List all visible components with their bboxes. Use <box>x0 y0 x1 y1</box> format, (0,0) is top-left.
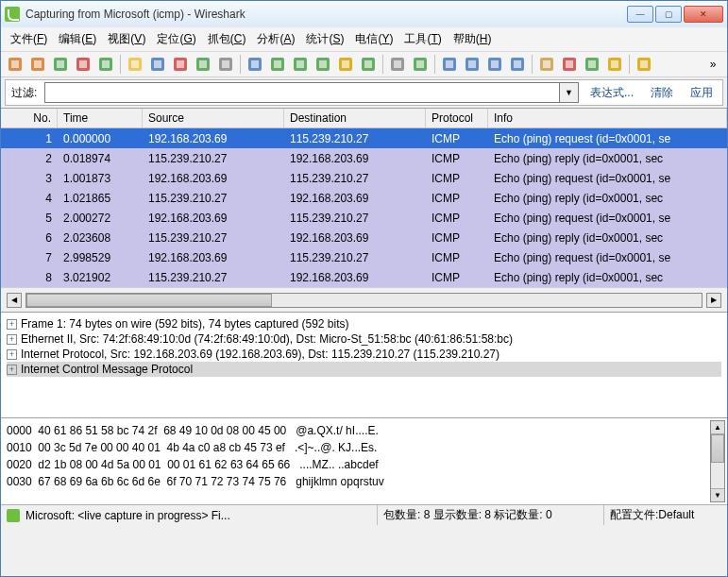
preferences-icon[interactable] <box>604 54 625 75</box>
go-last-icon[interactable] <box>358 54 379 75</box>
hscroll-left-button[interactable]: ◀ <box>7 293 22 308</box>
menu-item-定位[interactable]: 定位(G) <box>153 29 199 49</box>
hscroll-right-button[interactable]: ▶ <box>706 293 721 308</box>
tree-row[interactable]: +Internet Protocol, Src: 192.168.203.69 … <box>7 347 721 362</box>
packet-row[interactable]: 62.023608115.239.210.27192.168.203.69ICM… <box>1 228 727 247</box>
col-header-src[interactable]: Source <box>143 109 284 127</box>
vscroll-down-button[interactable]: ▼ <box>711 488 724 501</box>
print-icon[interactable] <box>215 54 236 75</box>
clear-button[interactable]: 清除 <box>645 83 679 103</box>
filter-dropdown-button[interactable]: ▼ <box>560 82 579 103</box>
col-header-proto[interactable]: Protocol <box>426 109 488 127</box>
go-first-icon[interactable] <box>335 54 356 75</box>
cell-proto: ICMP <box>426 170 488 187</box>
start-capture-icon[interactable] <box>50 54 71 75</box>
hex-line[interactable]: 0000 40 61 86 51 58 bc 74 2f 68 49 10 0d… <box>7 422 721 439</box>
menu-item-分析[interactable]: 分析(A) <box>253 29 298 49</box>
coloring-rules-icon[interactable] <box>582 54 602 75</box>
options-icon[interactable] <box>27 54 48 75</box>
apply-button[interactable]: 应用 <box>685 83 719 103</box>
packet-row[interactable]: 52.000272192.168.203.69115.239.210.27ICM… <box>1 208 727 228</box>
hex-line[interactable]: 0010 00 3c 5d 7e 00 00 40 01 4b 4a c0 a8… <box>7 439 721 456</box>
expand-icon[interactable]: + <box>7 319 17 330</box>
go-forward-icon[interactable] <box>290 54 311 75</box>
restart-capture-icon[interactable] <box>95 54 116 75</box>
hscroll-track[interactable] <box>25 293 703 308</box>
expert-info-icon[interactable] <box>7 509 20 522</box>
svg-rect-31 <box>364 60 372 68</box>
stop-capture-icon[interactable] <box>73 54 93 75</box>
svg-rect-23 <box>274 60 281 68</box>
help-icon[interactable] <box>634 54 654 75</box>
open-icon[interactable] <box>125 54 145 75</box>
vscroll-thumb[interactable] <box>711 434 724 463</box>
capture-filters-icon[interactable] <box>536 54 557 75</box>
vscroll-up-button[interactable]: ▲ <box>711 421 724 434</box>
packet-row[interactable]: 41.021865115.239.210.27192.168.203.69ICM… <box>1 188 727 208</box>
menu-item-工具[interactable]: 工具(T) <box>400 29 445 49</box>
menu-item-抓包[interactable]: 抓包(C) <box>204 29 250 49</box>
col-header-no[interactable]: No. <box>1 109 58 127</box>
zoom-out-icon[interactable] <box>462 54 483 75</box>
hex-vertical-scrollbar[interactable]: ▲ ▼ <box>710 420 725 502</box>
menu-item-编辑[interactable]: 编辑(E) <box>55 29 100 49</box>
expression-button[interactable]: 表达式... <box>584 83 639 103</box>
packet-details-pane[interactable]: +Frame 1: 74 bytes on wire (592 bits), 7… <box>1 312 727 417</box>
expand-icon[interactable]: + <box>7 349 17 360</box>
status-profile[interactable]: 配置文件:Default <box>604 505 727 525</box>
menu-item-视图[interactable]: 视图(V) <box>104 29 149 49</box>
packet-row[interactable]: 31.001873192.168.203.69115.239.210.27ICM… <box>1 168 727 188</box>
menu-item-文件[interactable]: 文件(F) <box>7 29 51 49</box>
go-back-icon[interactable] <box>267 54 288 75</box>
menu-item-帮助[interactable]: 帮助(H) <box>449 29 496 49</box>
auto-scroll-icon[interactable] <box>410 54 431 75</box>
tree-row[interactable]: +Ethernet II, Src: 74:2f:68:49:10:0d (74… <box>7 331 721 347</box>
hex-line[interactable]: 0030 67 68 69 6a 6b 6c 6d 6e 6f 70 71 72… <box>7 473 721 490</box>
cell-time: 2.023608 <box>58 229 143 246</box>
toolbar-separator <box>434 55 435 74</box>
packet-row[interactable]: 10.000000192.168.203.69115.239.210.27ICM… <box>1 128 727 148</box>
close-button[interactable]: ✕ <box>684 6 723 23</box>
reload-icon[interactable] <box>193 54 213 75</box>
cell-dst: 192.168.203.69 <box>284 190 426 207</box>
zoom-in-icon[interactable] <box>439 54 460 75</box>
find-icon[interactable] <box>245 54 265 75</box>
menu-item-统计[interactable]: 统计(S) <box>302 29 347 49</box>
minimize-button[interactable]: — <box>627 6 653 23</box>
close-icon[interactable] <box>170 54 191 75</box>
save-icon[interactable] <box>147 54 168 75</box>
packet-row[interactable]: 83.021902115.239.210.27192.168.203.69ICM… <box>1 267 727 287</box>
colorize-icon[interactable] <box>387 54 408 75</box>
packet-bytes-pane[interactable]: 0000 40 61 86 51 58 bc 74 2f 68 49 10 0d… <box>1 417 727 504</box>
toolbar: » <box>1 52 727 77</box>
hscroll-thumb[interactable] <box>26 294 272 307</box>
expand-icon[interactable]: + <box>7 365 17 375</box>
titlebar[interactable]: Capturing from Microsoft (icmp) - Wiresh… <box>1 1 727 27</box>
hex-line[interactable]: 0020 d2 1b 08 00 4d 5a 00 01 00 01 61 62… <box>7 456 721 473</box>
col-header-dst[interactable]: Destination <box>284 109 426 127</box>
toolbar-overflow-button[interactable]: » <box>703 54 723 75</box>
tree-row[interactable]: +Frame 1: 74 bytes on wire (592 bits), 7… <box>7 316 721 331</box>
tree-row[interactable]: +Internet Control Message Protocol <box>7 362 721 377</box>
resize-columns-icon[interactable] <box>507 54 528 75</box>
col-header-time[interactable]: Time <box>58 109 143 127</box>
menu-item-电信[interactable]: 电信(Y) <box>351 29 397 49</box>
interfaces-icon[interactable] <box>5 54 25 75</box>
filter-input[interactable] <box>44 82 560 103</box>
window-controls: — ▢ ✕ <box>627 6 723 23</box>
zoom-normal-icon[interactable] <box>484 54 505 75</box>
packet-row[interactable]: 72.998529192.168.203.69115.239.210.27ICM… <box>1 247 727 267</box>
packet-row[interactable]: 20.018974115.239.210.27192.168.203.69ICM… <box>1 148 727 168</box>
col-header-info[interactable]: Info <box>488 109 727 127</box>
svg-rect-45 <box>543 60 550 68</box>
packet-list-body[interactable]: 10.000000192.168.203.69115.239.210.27ICM… <box>1 128 727 287</box>
expand-icon[interactable]: + <box>7 334 17 345</box>
cell-proto: ICMP <box>426 229 488 246</box>
display-filters-icon[interactable] <box>559 54 580 75</box>
cell-no: 8 <box>1 269 58 286</box>
go-to-icon[interactable] <box>313 54 333 75</box>
maximize-button[interactable]: ▢ <box>655 6 682 23</box>
packet-list-hscroll[interactable]: ◀ ▶ <box>1 287 727 312</box>
cell-dst: 115.239.210.27 <box>284 170 426 187</box>
packet-list-header[interactable]: No. Time Source Destination Protocol Inf… <box>1 109 727 128</box>
